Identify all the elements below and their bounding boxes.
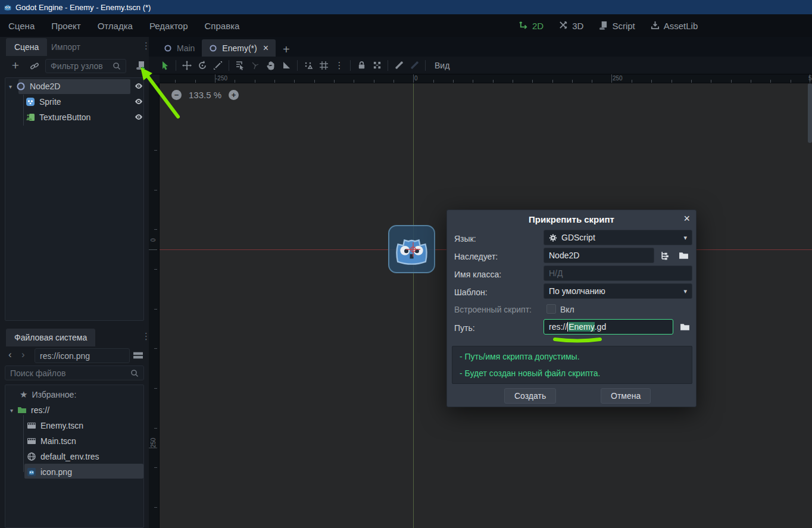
browse-path-folder-button[interactable] xyxy=(678,320,691,333)
file-row-icon-png[interactable]: icon.png xyxy=(27,464,72,480)
menu-project[interactable]: Проект xyxy=(43,17,89,35)
snap-position-tool-button[interactable] xyxy=(248,58,263,73)
history-forward-button[interactable]: › xyxy=(21,349,30,362)
tab-import-dock[interactable]: Импорт xyxy=(43,38,89,56)
switch-3d-button[interactable]: 3D xyxy=(559,21,583,31)
filesystem-path-field[interactable]: res://icon.png xyxy=(35,348,130,363)
toolbar-separator xyxy=(176,60,176,71)
image-file-icon xyxy=(27,467,36,477)
visibility-eye-icon[interactable] xyxy=(134,112,143,121)
favorites-row[interactable]: ★ Избранное: xyxy=(20,387,76,402)
collapse-arrow-icon[interactable]: ▾ xyxy=(9,83,12,90)
path-input[interactable]: res://Enemy.gd xyxy=(544,319,673,335)
window-titlebar: Godot Engine - Enemy - Enemy.tscn (*) xyxy=(0,0,812,14)
toolbar-separator xyxy=(297,60,298,71)
switch-2d-label: 2D xyxy=(532,21,544,31)
tab-filesystem-dock[interactable]: Файловая система xyxy=(6,329,95,346)
switch-script-button[interactable]: Script xyxy=(599,21,635,31)
menu-scene[interactable]: Сцена xyxy=(0,17,43,35)
folder-icon xyxy=(17,405,27,415)
path-selected-text: Enemy xyxy=(569,322,595,332)
view-menu-button[interactable]: Вид xyxy=(429,61,455,70)
menu-debug[interactable]: Отладка xyxy=(89,17,141,35)
rotate-tool-button[interactable] xyxy=(195,58,210,73)
tab-main-scene[interactable]: Main xyxy=(157,39,202,57)
select-tool-button[interactable] xyxy=(157,58,173,73)
group-button[interactable] xyxy=(369,58,385,73)
tab-import-dock-label: Импорт xyxy=(51,42,80,52)
class-name-placeholder: Н/Д xyxy=(549,268,563,278)
res-root-row[interactable]: ▾ res:// xyxy=(10,402,49,418)
switch-assetlib-label: AssetLib xyxy=(664,21,698,31)
file-label: icon.png xyxy=(40,467,72,477)
chevron-down-icon: ▾ xyxy=(683,288,687,295)
lock-button[interactable] xyxy=(354,58,369,73)
builtin-script-checkbox[interactable] xyxy=(546,304,556,314)
pan-tool-button[interactable] xyxy=(263,58,279,73)
switch-2d-button[interactable]: 2D xyxy=(519,21,544,31)
filter-nodes-input[interactable]: Фильтр узлов xyxy=(45,59,126,73)
tab-scene-dock[interactable]: Сцена xyxy=(6,38,47,56)
add-node-button[interactable]: + xyxy=(10,58,21,73)
script-icon xyxy=(599,21,608,30)
validation-message-box: - Путь/имя скрипта допустимы. - Будет со… xyxy=(452,346,692,384)
snap-options-menu-icon[interactable]: ⋮ xyxy=(332,58,347,73)
scene-node-label: Node2D xyxy=(30,82,60,91)
scale-tool-button[interactable] xyxy=(210,58,226,73)
file-row-main[interactable]: Main.tscn xyxy=(27,433,76,449)
switch-assetlib-button[interactable]: AssetLib xyxy=(651,21,698,31)
search-files-input[interactable]: Поиск файлов xyxy=(5,365,144,380)
vertical-scrollbar[interactable] xyxy=(808,83,812,143)
move-tool-button[interactable] xyxy=(179,58,195,73)
attach-script-dialog: Прикрепить скрипт × Язык: GDScript ▾ Нас… xyxy=(446,210,697,407)
builtin-checkbox-label: Вкл xyxy=(560,305,574,314)
scene-node-row-node2d[interactable]: ▾ Node2D xyxy=(9,79,60,94)
smart-snap-toggle-button[interactable] xyxy=(301,58,316,73)
new-scene-tab-button[interactable]: + xyxy=(276,43,297,57)
canvas-toolbar: ⋮ Вид xyxy=(149,57,812,74)
attach-script-button[interactable] xyxy=(136,60,145,70)
file-row-default-env[interactable]: default_env.tres xyxy=(27,449,99,464)
scene-node-row-texturebutton[interactable]: TextureButton xyxy=(26,110,90,125)
tab-enemy-scene[interactable]: Enemy(*) × xyxy=(202,39,276,57)
zoom-out-button[interactable]: − xyxy=(171,90,182,100)
skeleton-options-button[interactable] xyxy=(407,58,422,73)
ruler-horizontal: -250 0 250 5 xyxy=(160,74,812,83)
grid-snap-toggle-button[interactable] xyxy=(316,58,332,73)
godot-editor-window: Godot Engine - Enemy - Enemy.tscn (*) Сц… xyxy=(0,0,812,528)
inherits-input[interactable]: Node2D xyxy=(544,248,654,263)
sprite-icon xyxy=(26,97,35,107)
menu-editor[interactable]: Редактор xyxy=(141,17,196,35)
language-label: Язык: xyxy=(454,234,476,243)
menu-help[interactable]: Справка xyxy=(196,17,248,35)
language-dropdown[interactable]: GDScript ▾ xyxy=(544,230,692,245)
toggle-split-mode-button[interactable] xyxy=(133,351,143,360)
dialog-close-icon[interactable]: × xyxy=(683,213,690,225)
browse-inherits-folder-button[interactable] xyxy=(677,249,690,262)
visibility-eye-icon[interactable] xyxy=(134,81,143,90)
cancel-button[interactable]: Отмена xyxy=(601,388,651,404)
pick-node-button[interactable] xyxy=(658,249,672,262)
ruler-tick-label: -250 xyxy=(216,75,227,82)
ruler-tick-label: 250 xyxy=(150,438,157,448)
file-row-enemy[interactable]: Enemy.tscn xyxy=(27,418,83,433)
create-button[interactable]: Создать xyxy=(504,388,556,404)
texture-button-icon xyxy=(26,113,35,122)
collapse-arrow-icon[interactable]: ▾ xyxy=(10,407,13,414)
filter-nodes-placeholder: Фильтр узлов xyxy=(51,61,103,71)
skeleton-bone-button[interactable] xyxy=(391,58,407,73)
file-label: default_env.tres xyxy=(40,452,99,461)
zoom-in-button[interactable]: + xyxy=(229,90,239,100)
list-select-tool-button[interactable] xyxy=(232,58,248,73)
close-tab-icon[interactable]: × xyxy=(263,43,268,54)
history-back-button[interactable]: ‹ xyxy=(8,349,17,362)
template-dropdown[interactable]: По умолчанию ▾ xyxy=(544,283,692,299)
scene-tabs-strip: Main Enemy(*) × + xyxy=(149,37,812,57)
instance-scene-button[interactable] xyxy=(30,61,39,71)
tab-main-scene-label: Main xyxy=(177,43,195,53)
class-name-input[interactable]: Н/Д xyxy=(544,265,692,281)
scene-node-row-sprite[interactable]: Sprite xyxy=(26,94,61,110)
visibility-eye-icon[interactable] xyxy=(134,96,143,106)
ruler-tool-button[interactable] xyxy=(279,58,294,73)
window-title: Godot Engine - Enemy - Enemy.tscn (*) xyxy=(15,3,151,12)
